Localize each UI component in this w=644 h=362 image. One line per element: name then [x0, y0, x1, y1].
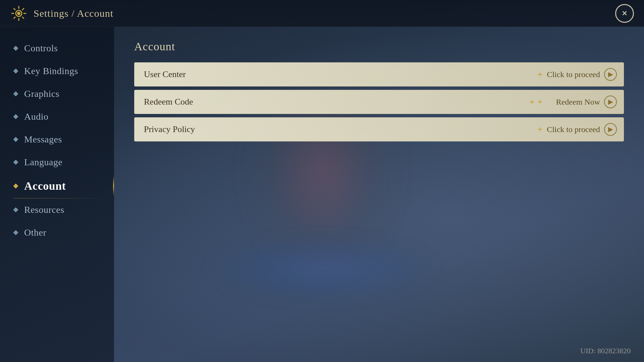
sidebar-item-label: Account	[24, 180, 66, 192]
arrow-circle-icon: ▶	[604, 96, 617, 108]
diamond-icon-active	[13, 184, 18, 188]
sparkle-icon	[537, 71, 543, 77]
diamond-icon	[13, 114, 18, 119]
sidebar: Controls Key Bindings Graphics Audio Mes…	[0, 27, 114, 362]
redeem-code-action: Redeem Now ▶	[556, 96, 624, 108]
sidebar-item-label: Controls	[24, 43, 58, 54]
redeem-code-row[interactable]: Redeem Code Redeem Now ▶	[134, 90, 624, 114]
diamond-icon	[13, 230, 18, 235]
user-center-row[interactable]: User Center Click to proceed ▶	[134, 62, 624, 86]
sidebar-item-controls[interactable]: Controls	[0, 37, 114, 60]
uid-label: UID: 802823820	[580, 347, 631, 355]
user-center-action: Click to proceed ▶	[547, 68, 624, 81]
sidebar-item-audio[interactable]: Audio	[0, 105, 114, 128]
header-title: Settings / Account	[34, 8, 113, 19]
diamond-icon	[13, 137, 18, 142]
sidebar-item-label: Language	[24, 157, 62, 168]
svg-marker-15	[13, 160, 18, 165]
svg-line-7	[22, 8, 24, 10]
sidebar-item-label: Resources	[24, 204, 64, 215]
sidebar-item-other[interactable]: Other	[0, 221, 114, 244]
sparkle-icon-2	[537, 99, 543, 105]
diamond-icon	[13, 46, 18, 51]
svg-point-9	[17, 12, 20, 15]
gear-icon	[10, 5, 28, 22]
sidebar-item-resources[interactable]: Resources	[0, 198, 114, 221]
privacy-policy-action-text: Click to proceed	[547, 125, 600, 134]
sidebar-item-language[interactable]: Language	[0, 151, 114, 174]
header: Settings / Account ×	[0, 0, 644, 27]
redeem-code-action-text: Redeem Now	[556, 98, 600, 107]
svg-marker-16	[13, 184, 18, 188]
svg-marker-10	[13, 46, 18, 51]
diamond-icon	[13, 69, 18, 73]
close-button[interactable]: ×	[615, 4, 634, 23]
svg-marker-14	[13, 137, 18, 142]
svg-marker-17	[13, 207, 18, 212]
sidebar-item-account[interactable]: Account	[0, 174, 114, 198]
close-icon: ×	[622, 8, 627, 18]
sidebar-item-label: Audio	[24, 111, 49, 122]
privacy-policy-row[interactable]: Privacy Policy Click to proceed ▶	[134, 117, 624, 141]
diamond-icon	[13, 160, 18, 165]
sparkle-decoration	[537, 126, 543, 132]
sparkle-icon	[537, 126, 543, 132]
diamond-icon	[13, 92, 18, 96]
svg-marker-13	[13, 114, 18, 119]
arrow-circle-icon: ▶	[604, 123, 617, 136]
sidebar-item-messages[interactable]: Messages	[0, 128, 114, 151]
sparkle-decoration	[529, 99, 543, 105]
sidebar-item-label: Graphics	[24, 88, 59, 99]
sidebar-item-label: Key Bindings	[24, 66, 78, 76]
svg-marker-12	[13, 92, 18, 96]
sidebar-item-graphics[interactable]: Graphics	[0, 82, 114, 105]
svg-line-5	[14, 8, 16, 10]
diamond-icon	[13, 207, 18, 212]
privacy-policy-label: Privacy Policy	[135, 124, 547, 134]
user-center-action-text: Click to proceed	[547, 70, 600, 79]
arrow-circle-icon: ▶	[604, 68, 617, 81]
sidebar-item-label: Other	[24, 227, 46, 238]
user-center-label: User Center	[135, 69, 547, 79]
svg-line-6	[22, 17, 24, 19]
redeem-code-label: Redeem Code	[135, 97, 556, 107]
sidebar-item-key-bindings[interactable]: Key Bindings	[0, 60, 114, 82]
sparkle-icon	[529, 99, 535, 105]
main-content: Account User Center Click to proceed ▶ R…	[114, 27, 644, 362]
sidebar-item-label: Messages	[24, 134, 62, 145]
privacy-policy-action: Click to proceed ▶	[547, 123, 624, 136]
svg-marker-11	[13, 69, 18, 73]
section-title: Account	[134, 40, 624, 53]
svg-line-8	[14, 17, 16, 19]
sparkle-decoration	[537, 71, 543, 77]
svg-marker-18	[13, 230, 18, 235]
